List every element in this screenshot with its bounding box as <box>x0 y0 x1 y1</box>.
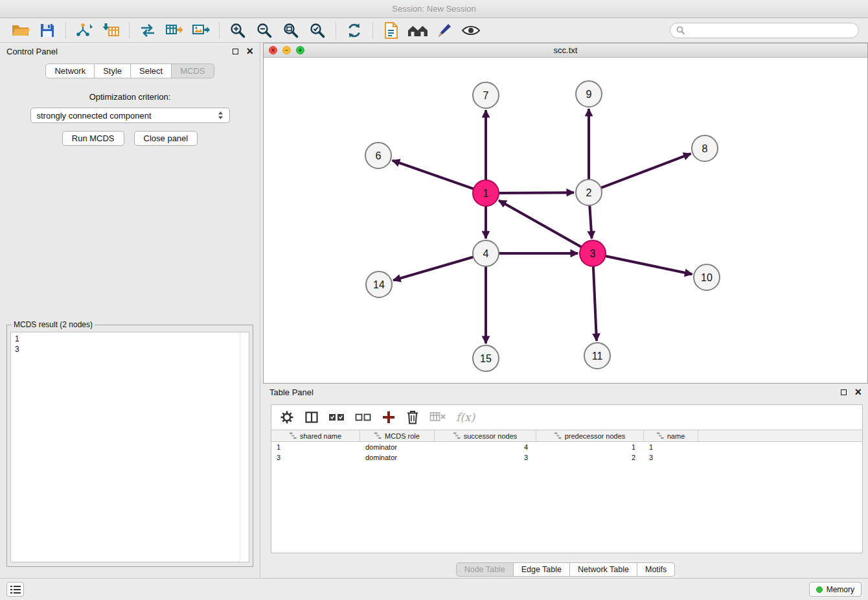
node-11[interactable]: 11 <box>584 343 610 369</box>
column-header-shared-name[interactable]: shared name <box>271 430 360 441</box>
column-header-name[interactable]: name <box>644 430 698 441</box>
create-column-button[interactable] <box>382 410 396 424</box>
tab-node-table[interactable]: Node Table <box>456 562 514 577</box>
close-mcds-panel-button[interactable]: Close panel <box>134 131 198 146</box>
table-panel-close-icon[interactable]: × <box>854 386 862 398</box>
node-2[interactable]: 2 <box>576 179 602 205</box>
table-toolbar: f(x) <box>271 405 862 430</box>
zoom-selected-icon <box>309 22 326 39</box>
table-cell: dominator <box>360 443 435 451</box>
zoom-out-button[interactable] <box>253 20 276 41</box>
toolbar-separator <box>219 22 220 39</box>
tab-network-table[interactable]: Network Table <box>570 562 637 577</box>
refresh-view-button[interactable] <box>343 20 366 41</box>
minimize-window-button[interactable]: − <box>282 46 291 54</box>
network-window-titlebar[interactable]: × − + scc.txt <box>264 43 867 58</box>
edge-4-14[interactable] <box>393 257 475 281</box>
mcds-result-item[interactable]: 1 <box>15 334 245 344</box>
node-label: 11 <box>592 351 603 362</box>
node-3[interactable]: 3 <box>580 240 606 266</box>
control-panel-header: Control Panel × <box>0 43 260 60</box>
column-label: successor nodes <box>464 432 518 440</box>
export-network-button[interactable] <box>136 20 159 41</box>
node-label: 1 <box>483 188 489 199</box>
control-panel-close-icon[interactable]: × <box>246 45 253 57</box>
import-network-button[interactable] <box>73 20 96 41</box>
home-button[interactable] <box>406 20 429 41</box>
network-canvas[interactable]: 7968124314101511 <box>264 58 867 383</box>
tab-motifs[interactable]: Motifs <box>637 562 675 577</box>
maximize-window-button[interactable]: + <box>296 46 304 54</box>
table-row[interactable]: 3dominator323 <box>271 452 862 463</box>
export-image-button[interactable] <box>189 20 212 41</box>
import-table-button[interactable] <box>99 20 122 41</box>
edge-2-8[interactable] <box>600 154 691 188</box>
tab-mcds[interactable]: MCDS <box>172 63 214 78</box>
edge-3-11[interactable] <box>593 265 597 341</box>
run-mcds-button[interactable]: Run MCDS <box>62 131 124 146</box>
table-settings-button[interactable] <box>279 410 295 425</box>
edge-3-1[interactable] <box>499 200 582 248</box>
node-10[interactable]: 10 <box>694 264 720 290</box>
unselect-all-button[interactable] <box>355 411 372 424</box>
close-window-button[interactable]: × <box>269 46 277 54</box>
table-panel-float-icon[interactable] <box>841 389 847 395</box>
window-titlebar[interactable]: Session: New Session <box>0 0 868 18</box>
node-14[interactable]: 14 <box>366 271 392 297</box>
zoom-fit-button[interactable] <box>279 20 303 41</box>
tab-edge-table[interactable]: Edge Table <box>514 562 570 577</box>
select-all-button[interactable] <box>328 411 345 424</box>
optimization-dropdown[interactable]: strongly connected component <box>30 108 230 123</box>
stepper-arrows-icon <box>218 111 223 120</box>
node-9[interactable]: 9 <box>576 81 602 107</box>
table-cell: 2 <box>536 454 644 461</box>
edge-3-10[interactable] <box>604 256 692 275</box>
mcds-result-list[interactable]: 13 <box>10 332 249 562</box>
node-7[interactable]: 7 <box>473 82 499 108</box>
mcds-result-item[interactable]: 3 <box>15 344 245 354</box>
column-header-MCDS-role[interactable]: MCDS role <box>360 430 435 441</box>
tab-select[interactable]: Select <box>131 63 172 78</box>
task-history-button[interactable] <box>6 582 24 597</box>
search-input[interactable] <box>689 26 852 35</box>
zoom-in-button[interactable] <box>226 20 249 41</box>
edge-1-6[interactable] <box>393 161 475 189</box>
table-row[interactable]: 1dominator411 <box>271 442 862 452</box>
toggle-visibility-button[interactable] <box>459 20 483 41</box>
search-box[interactable] <box>670 23 859 38</box>
network-window-title: scc.txt <box>554 45 578 55</box>
show-columns-button[interactable] <box>304 410 319 424</box>
table-panel-tabs: Node TableEdge TableNetwork TableMotifs <box>263 562 868 577</box>
dropdown-value: strongly connected component <box>37 111 152 121</box>
control-panel-title: Control Panel <box>6 47 58 56</box>
edge-1-2[interactable] <box>497 192 574 193</box>
node-4[interactable]: 4 <box>473 240 499 266</box>
tab-style[interactable]: Style <box>95 63 131 78</box>
table-cell: 3 <box>271 454 360 461</box>
node-6[interactable]: 6 <box>365 143 391 168</box>
search-icon <box>676 26 685 35</box>
memory-button[interactable]: Memory <box>809 582 862 597</box>
style-brush-button[interactable] <box>433 20 456 41</box>
memory-label: Memory <box>827 585 854 594</box>
zoom-selected-button[interactable] <box>306 20 329 41</box>
edge-2-3[interactable] <box>589 204 591 238</box>
column-header-successor-nodes[interactable]: successor nodes <box>435 430 536 441</box>
node-8[interactable]: 8 <box>692 135 718 161</box>
float-panel-icon[interactable] <box>233 49 238 54</box>
column-header-predecessor-nodes[interactable]: predecessor nodes <box>536 430 644 441</box>
function-builder-button: f(x) <box>456 411 475 424</box>
network-window: × − + scc.txt 7968124314101511 <box>263 43 868 384</box>
zoom-out-icon <box>256 22 273 39</box>
table-cell: 3 <box>435 454 536 461</box>
save-session-button[interactable] <box>36 20 59 41</box>
node-15[interactable]: 15 <box>473 345 499 371</box>
swap-arrows-icon <box>139 23 157 38</box>
export-table-button[interactable] <box>163 20 186 41</box>
delete-column-button[interactable] <box>405 410 420 425</box>
clone-network-button[interactable] <box>380 20 403 41</box>
open-session-button[interactable] <box>9 20 32 41</box>
node-1[interactable]: 1 <box>473 180 499 206</box>
tab-network[interactable]: Network <box>45 63 95 78</box>
paintbrush-icon <box>436 22 453 39</box>
